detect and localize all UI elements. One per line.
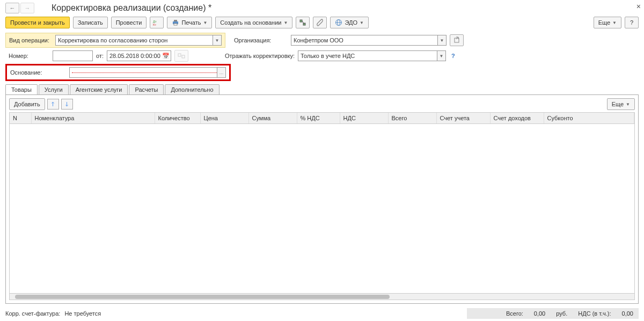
print-label: Печать <box>181 19 201 26</box>
date-input[interactable]: 28.05.2018 0:00:00 📅 <box>107 50 171 61</box>
more-label: Еще <box>598 19 610 26</box>
date-extra-button[interactable] <box>174 50 188 62</box>
dt-kt-button[interactable]: ДтКт <box>150 17 164 28</box>
data-grid[interactable]: N Номенклатура Количество Цена Сумма % Н… <box>9 112 635 300</box>
related-docs-button[interactable] <box>296 17 310 28</box>
arrow-up-icon: 🡑 <box>50 101 56 107</box>
help-button[interactable]: ? <box>625 17 639 28</box>
svg-rect-3 <box>174 20 177 21</box>
scrollbar-thumb[interactable] <box>15 295 390 299</box>
tab-additional[interactable]: Дополнительно <box>165 84 219 94</box>
printer-icon <box>172 19 179 26</box>
total-label: Всего: <box>506 310 523 317</box>
basis-input[interactable]: … <box>69 67 226 78</box>
col-n[interactable]: N <box>10 113 31 124</box>
col-income-account[interactable]: Счет доходов <box>490 113 544 124</box>
post-button[interactable]: Провести <box>111 17 147 28</box>
org-open-button[interactable] <box>450 34 464 46</box>
more-button[interactable]: Еще▼ <box>594 17 621 28</box>
tab-settlements[interactable]: Расчеты <box>129 84 164 94</box>
edo-label: ЭДО <box>345 19 357 26</box>
chevron-down-icon[interactable]: ▼ <box>213 35 221 45</box>
add-row-button[interactable]: Добавить <box>9 98 45 110</box>
basis-label: Основание: <box>10 69 69 76</box>
reflect-value: Только в учете НДС <box>301 53 355 59</box>
tab-services[interactable]: Услуги <box>39 84 69 94</box>
nav-forward-button[interactable]: → <box>20 3 34 13</box>
col-price[interactable]: Цена <box>200 113 248 124</box>
col-vat-pct[interactable]: % НДС <box>297 113 340 124</box>
related-docs-icon <box>299 19 306 26</box>
close-icon[interactable]: × <box>636 2 641 11</box>
chevron-down-icon[interactable]: ▼ <box>437 51 445 61</box>
col-vat[interactable]: НДС <box>340 113 388 124</box>
tab-goods[interactable]: Товары <box>5 84 38 94</box>
open-icon <box>453 37 460 44</box>
reflect-select[interactable]: Только в учете НДС ▼ <box>298 50 446 61</box>
nav-back-button[interactable]: ← <box>5 3 19 13</box>
grid-more-button[interactable]: Еще▼ <box>607 98 635 110</box>
tab-agent[interactable]: Агентские услуги <box>70 84 128 94</box>
org-value: Конфетпром ООО <box>294 37 343 43</box>
calendar-range-icon <box>178 52 185 60</box>
number-label: Номер: <box>5 53 49 59</box>
operation-type-select[interactable]: Корректировка по согласованию сторон ▼ <box>55 35 222 46</box>
operation-type-value: Корректировка по согласованию сторон <box>58 37 167 43</box>
basis-highlight: Основание: … <box>5 64 231 81</box>
grid-more-label: Еще <box>612 101 624 107</box>
from-label: от: <box>96 53 104 59</box>
main-toolbar: Провести и закрыть Записать Провести ДтК… <box>5 17 639 28</box>
svg-rect-5 <box>300 20 302 22</box>
print-button[interactable]: Печать ▼ <box>167 17 212 28</box>
move-down-button[interactable]: 🡓 <box>61 99 73 110</box>
help-link[interactable]: ? <box>451 53 455 59</box>
number-input[interactable] <box>53 50 93 61</box>
grid-toolbar: Добавить 🡑 🡓 Еще▼ <box>9 98 635 110</box>
date-value: 28.05.2018 0:00:00 <box>109 53 160 59</box>
move-up-button[interactable]: 🡑 <box>47 99 59 110</box>
chevron-down-icon[interactable]: ▼ <box>437 35 446 45</box>
edo-button[interactable]: ЭДО▼ <box>330 17 368 28</box>
org-label: Организация: <box>234 37 288 43</box>
col-total[interactable]: Всего <box>388 113 436 124</box>
col-qty[interactable]: Количество <box>155 113 200 124</box>
globe-icon <box>335 19 342 26</box>
attach-button[interactable] <box>313 17 327 28</box>
create-based-button[interactable]: Создать на основании▼ <box>215 17 292 28</box>
vat-label: НДС (в т.ч.): <box>578 310 611 317</box>
col-account[interactable]: Счет учета <box>436 113 490 124</box>
app-root: ← → Корректировка реализации (создание) … <box>0 0 644 321</box>
vat-value: 0,00 <box>622 310 633 317</box>
arrow-down-icon: 🡓 <box>64 101 70 107</box>
horizontal-scrollbar[interactable] <box>10 293 634 300</box>
reflect-label: Отражать корректировку: <box>225 53 295 59</box>
tabs: Товары Услуги Агентские услуги Расчеты Д… <box>5 84 639 94</box>
page-title: Корректировка реализации (создание) * <box>52 3 211 13</box>
total-value: 0,00 <box>534 310 545 317</box>
operation-type-field: Вид операции: Корректировка по согласова… <box>5 33 225 48</box>
col-sum[interactable]: Сумма <box>248 113 297 124</box>
col-nomenclature[interactable]: Номенклатура <box>31 113 155 124</box>
total-currency: руб. <box>556 310 567 317</box>
post-and-close-button[interactable]: Провести и закрыть <box>5 17 70 28</box>
svg-text:Кт: Кт <box>153 23 156 26</box>
operation-type-label: Вид операции: <box>9 37 53 43</box>
col-subconto[interactable]: Субконто <box>544 113 634 124</box>
form-area: Вид операции: Корректировка по согласова… <box>5 33 639 81</box>
create-based-label: Создать на основании <box>220 19 281 26</box>
calendar-icon[interactable]: 📅 <box>162 53 170 60</box>
corr-invoice-label: Корр. счет-фактура: <box>5 310 60 317</box>
titlebar: ← → Корректировка реализации (создание) … <box>5 3 639 13</box>
org-select[interactable]: Конфетпром ООО ▼ <box>291 35 447 46</box>
svg-rect-14 <box>182 55 185 58</box>
grid-table: N Номенклатура Количество Цена Сумма % Н… <box>10 113 634 124</box>
basis-underline <box>72 72 217 73</box>
footer: Корр. счет-фактура: Не требуется Всего: … <box>5 308 639 319</box>
corr-invoice-value: Не требуется <box>64 310 101 317</box>
write-button[interactable]: Записать <box>73 17 108 28</box>
ellipsis-button[interactable]: … <box>217 68 225 77</box>
svg-rect-13 <box>178 54 181 56</box>
totals-bar: Всего: 0,00 руб. НДС (в т.ч.): 0,00 <box>467 308 639 319</box>
svg-rect-4 <box>174 24 177 25</box>
tab-body: Добавить 🡑 🡓 Еще▼ N Номенклатура Количес… <box>5 94 639 304</box>
